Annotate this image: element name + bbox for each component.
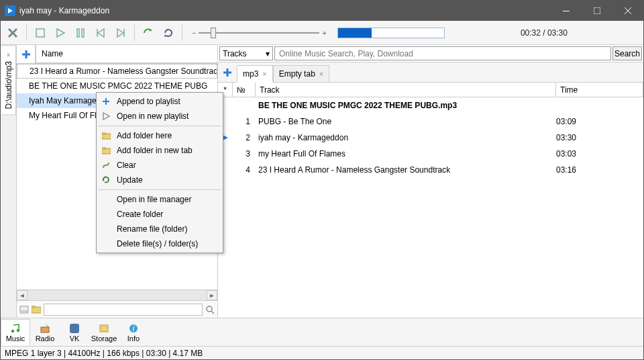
tab-mp3[interactable]: mp3× — [237, 65, 273, 83]
tab-info[interactable]: i Info — [119, 319, 148, 346]
svg-point-29 — [207, 306, 212, 312]
svg-marker-6 — [57, 29, 64, 37]
separator — [134, 25, 135, 41]
online-search-input[interactable]: Online Music Search, Play, Download — [274, 46, 611, 60]
ctx-add-folder-new-tab[interactable]: Add folder in new tab — [97, 143, 223, 158]
svg-rect-39 — [100, 325, 108, 332]
volume-slider[interactable]: − + — [191, 29, 328, 37]
repeat-button[interactable] — [159, 24, 178, 42]
stop-button[interactable] — [31, 24, 50, 42]
svg-marker-33 — [223, 135, 228, 140]
track-group-header[interactable]: BE THE ONE MUSIC PMGC 2022 THEME PUBG.mp… — [218, 97, 643, 114]
close-icon[interactable]: × — [262, 70, 266, 78]
svg-point-35 — [17, 328, 19, 331]
ctx-create-folder[interactable]: Create folder — [97, 207, 223, 222]
ctx-open-file-manager[interactable]: Open in file manager — [97, 192, 223, 207]
col-track[interactable]: Track — [256, 83, 556, 97]
ctx-rename[interactable]: Rename file (folder) — [97, 222, 223, 236]
track-row[interactable]: 2 iyah may - Karmageddon 03:30 — [218, 130, 643, 146]
folder-icon — [101, 132, 111, 140]
progress-bar[interactable] — [337, 28, 445, 38]
play-icon — [101, 112, 111, 120]
vk-icon — [69, 323, 80, 334]
list-item[interactable]: 23 I Heard a Rumor - Nameless Gangster S… — [17, 64, 217, 79]
separator — [98, 189, 221, 190]
bottom-tabs: Music Radio VK Storage i Info — [1, 318, 643, 346]
minimize-button[interactable] — [551, 1, 582, 21]
svg-rect-7 — [77, 29, 79, 37]
next-button[interactable] — [111, 24, 130, 42]
horizontal-scrollbar[interactable]: ◄ ► — [17, 289, 217, 300]
ctx-update[interactable]: Update — [97, 173, 223, 187]
track-row[interactable]: 4 23 I Heard A Rumor - Nameless Gangster… — [218, 162, 643, 178]
search-icon[interactable] — [205, 305, 215, 314]
add-playlist-button[interactable] — [218, 63, 237, 82]
add-tab-button[interactable] — [17, 45, 36, 64]
playlist-tabs: mp3× Empty tab× — [218, 62, 643, 83]
prev-button[interactable] — [91, 24, 110, 42]
left-header: Name — [17, 45, 217, 64]
progress-area: 00:32 / 03:30 — [337, 28, 637, 38]
scroll-right-icon[interactable]: ► — [207, 290, 217, 300]
list-item[interactable]: BE THE ONE MUSIC PMGC 2022 THEME PUBG — [17, 79, 217, 93]
svg-rect-21 — [102, 132, 105, 134]
play-button[interactable] — [51, 24, 70, 42]
tab-storage[interactable]: Storage — [89, 319, 119, 346]
track-row[interactable]: 1 PUBG - Be The One 03:09 — [218, 114, 643, 130]
volume-track[interactable] — [199, 32, 319, 34]
refresh-icon — [101, 176, 111, 184]
search-button[interactable]: Search — [612, 46, 642, 60]
settings-button[interactable] — [3, 24, 22, 42]
shuffle-button[interactable] — [139, 24, 158, 42]
toolbar: − + 00:32 / 03:30 — [1, 21, 643, 45]
folder-icon[interactable] — [32, 306, 41, 314]
storage-icon — [99, 323, 109, 334]
ctx-delete[interactable]: Delete file(s) / folder(s) — [97, 236, 223, 251]
disk-icon[interactable] — [19, 305, 29, 314]
ctx-append-playlist[interactable]: Append to playlist — [97, 94, 223, 109]
app-window: iyah may - Karmageddon − + 00:32 / 03:30 — [0, 0, 644, 360]
svg-rect-8 — [82, 29, 84, 37]
svg-rect-26 — [20, 310, 28, 313]
col-time[interactable]: Time — [556, 83, 643, 97]
col-number[interactable]: № — [233, 83, 256, 97]
svg-marker-19 — [103, 113, 109, 120]
tab-empty[interactable]: Empty tab× — [273, 65, 329, 83]
track-row[interactable]: 3 my Heart Full Of Flames 03:03 — [218, 146, 643, 162]
svg-rect-5 — [36, 29, 44, 37]
close-icon[interactable]: × — [5, 51, 12, 58]
svg-rect-38 — [70, 324, 79, 333]
tab-vk[interactable]: VK — [60, 319, 89, 346]
close-icon[interactable]: × — [319, 70, 323, 78]
svg-line-37 — [46, 324, 48, 327]
scroll-left-icon[interactable]: ◄ — [17, 290, 28, 300]
music-icon — [10, 323, 21, 334]
clear-icon — [101, 161, 111, 169]
plus-icon — [101, 97, 111, 105]
pause-button[interactable] — [71, 24, 90, 42]
info-icon: i — [128, 323, 139, 334]
ctx-open-new-playlist[interactable]: Open in new playlist — [97, 109, 223, 124]
svg-marker-13 — [150, 29, 152, 32]
ctx-clear[interactable]: Clear — [97, 158, 223, 173]
tab-music[interactable]: Music — [1, 319, 30, 346]
tab-radio[interactable]: Radio — [30, 319, 60, 346]
time-display: 00:32 / 03:30 — [451, 28, 637, 38]
body: D:\audio\mp3 × Name 23 I Heard a Rumor -… — [1, 45, 643, 318]
svg-point-34 — [11, 329, 14, 332]
svg-line-30 — [211, 311, 214, 314]
filter-input[interactable] — [44, 304, 203, 316]
maximize-button[interactable] — [582, 1, 612, 21]
vtab-path[interactable]: D:\audio\mp3 × — [1, 45, 16, 115]
svg-rect-23 — [102, 147, 105, 149]
tracks-dropdown[interactable]: Tracks ▾ — [219, 46, 273, 60]
context-menu: Append to playlist Open in new playlist … — [96, 92, 223, 253]
column-name[interactable]: Name — [36, 45, 217, 63]
volume-thumb[interactable] — [211, 28, 216, 38]
svg-rect-36 — [41, 327, 49, 332]
track-list: BE THE ONE MUSIC PMGC 2022 THEME PUBG.mp… — [218, 97, 643, 318]
right-panel: Tracks ▾ Online Music Search, Play, Down… — [218, 45, 643, 318]
ctx-add-folder-here[interactable]: Add folder here — [97, 128, 223, 143]
close-button[interactable] — [612, 1, 643, 21]
status-bar: MPEG 1 layer 3 | 44100Hz | 166 kbps | 03… — [1, 346, 643, 359]
